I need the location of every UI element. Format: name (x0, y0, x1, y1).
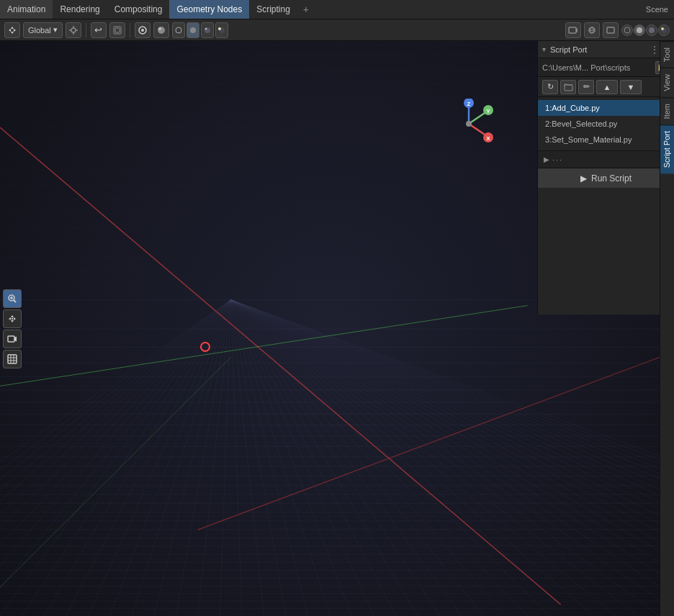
sp-play-icon[interactable]: ▶ (544, 155, 549, 163)
shading-b[interactable] (634, 24, 645, 36)
proportional-edit-btn[interactable] (109, 22, 125, 38)
tool-grid[interactable] (3, 350, 22, 368)
gizmo[interactable]: Z Y X (444, 99, 494, 149)
menu-rendering[interactable]: Rendering (53, 0, 107, 19)
svg-point-9 (158, 27, 165, 34)
svg-point-8 (141, 29, 144, 32)
script-port-panel: ▾ Script Port ⋮⋮ C:\Users\M... Port\scri… (537, 41, 674, 314)
sp-file-3[interactable]: 3: Set_Some_Material.py (538, 132, 674, 148)
separator-2 (130, 23, 130, 37)
svg-point-12 (190, 27, 196, 33)
screen-size-btn[interactable] (603, 22, 619, 38)
sp-file-list: 1: Add_Cube.py 2: Bevel_Selected.py 3: S… (538, 97, 674, 150)
svg-text:Y: Y (486, 108, 490, 114)
menu-animation[interactable]: Animation (0, 0, 53, 19)
history-back-btn[interactable]: ↩ (91, 22, 107, 38)
view-lock-btn[interactable] (584, 22, 600, 38)
tab-script-port[interactable]: Script Port (660, 124, 674, 173)
snap-btn[interactable] (66, 22, 81, 38)
separator-1 (86, 23, 86, 37)
svg-rect-22 (607, 27, 614, 33)
svg-point-49 (466, 121, 472, 127)
scene-name: Scene (646, 5, 674, 14)
svg-line-46 (469, 124, 487, 136)
right-tabs: Tool View Item Script Port (660, 41, 674, 616)
menu-scripting[interactable]: Scripting (249, 0, 297, 19)
shading-mode[interactable] (153, 22, 169, 38)
menu-compositing[interactable]: Compositing (107, 0, 170, 19)
material-btn[interactable] (201, 22, 214, 38)
svg-rect-32 (12, 318, 13, 320)
svg-line-43 (469, 112, 487, 124)
svg-rect-17 (569, 27, 576, 33)
sp-bottom-dots: ··· (552, 155, 563, 164)
svg-point-16 (218, 27, 221, 30)
svg-point-14 (205, 27, 207, 30)
svg-rect-6 (115, 28, 120, 32)
sp-refresh-btn[interactable]: ↻ (542, 80, 558, 94)
svg-point-0 (71, 28, 76, 32)
sp-path-text: C:\Users\M... Port\scripts (542, 63, 652, 72)
menu-geometry-nodes[interactable]: Geometry Nodes (169, 0, 249, 19)
wireframe-btn[interactable] (172, 22, 185, 38)
sp-run-btn[interactable]: ▶ Run Script (538, 168, 674, 188)
tool-zoom[interactable] (3, 289, 22, 308)
tab-tool[interactable]: Tool (660, 41, 674, 68)
shading-d[interactable] (658, 24, 670, 36)
tab-view[interactable]: View (660, 68, 674, 97)
sp-title: Script Port (550, 45, 647, 54)
sp-down-btn[interactable]: ▼ (620, 80, 642, 94)
sp-collapse-icon[interactable]: ▾ (542, 45, 546, 53)
shading-c[interactable] (646, 24, 657, 36)
rendered-btn[interactable] (215, 22, 228, 38)
svg-point-24 (637, 27, 642, 33)
svg-marker-18 (576, 28, 578, 32)
svg-rect-33 (8, 336, 14, 342)
shading-a[interactable] (621, 24, 633, 36)
overlay-toggle[interactable] (135, 22, 150, 38)
svg-text:Z: Z (467, 101, 471, 107)
sp-edit-btn[interactable]: ✏ (578, 80, 594, 94)
svg-point-10 (158, 27, 161, 30)
sp-controls: ↻ ✏ ▲ ▼ (538, 77, 674, 97)
tool-camera[interactable] (3, 330, 22, 348)
svg-point-27 (661, 27, 664, 30)
origin-marker (200, 342, 210, 352)
menu-add[interactable]: + (297, 4, 315, 15)
tool-move[interactable] (3, 309, 22, 328)
sp-file-1[interactable]: 1: Add_Cube.py (538, 100, 674, 116)
solid-btn[interactable] (187, 22, 199, 38)
sp-up-btn[interactable]: ▲ (596, 80, 618, 94)
sp-open-btn[interactable] (560, 80, 576, 94)
svg-point-23 (624, 27, 630, 33)
transform-icon-btn[interactable] (4, 22, 20, 38)
svg-text:X: X (486, 135, 490, 142)
sp-path-bar: C:\Users\M... Port\scripts 📁 (538, 58, 674, 77)
camera-view-btn[interactable] (565, 22, 581, 38)
viewport-tools-left (3, 289, 22, 368)
svg-rect-50 (565, 85, 572, 91)
top-menu-bar: Animation Rendering Compositing Geometry… (0, 0, 674, 19)
sp-bottom-bar: ▶ ··· (538, 150, 674, 168)
svg-point-11 (176, 27, 181, 33)
sp-file-2[interactable]: 2: Bevel_Selected.py (538, 116, 674, 132)
sp-header: ▾ Script Port ⋮⋮ (538, 41, 674, 58)
tab-item[interactable]: Item (660, 97, 674, 124)
svg-point-25 (649, 27, 655, 33)
svg-rect-35 (8, 355, 17, 363)
global-selector[interactable]: Global ▾ (23, 22, 63, 38)
toolbar: Global ▾ ↩ (0, 19, 674, 41)
svg-line-29 (14, 300, 16, 302)
